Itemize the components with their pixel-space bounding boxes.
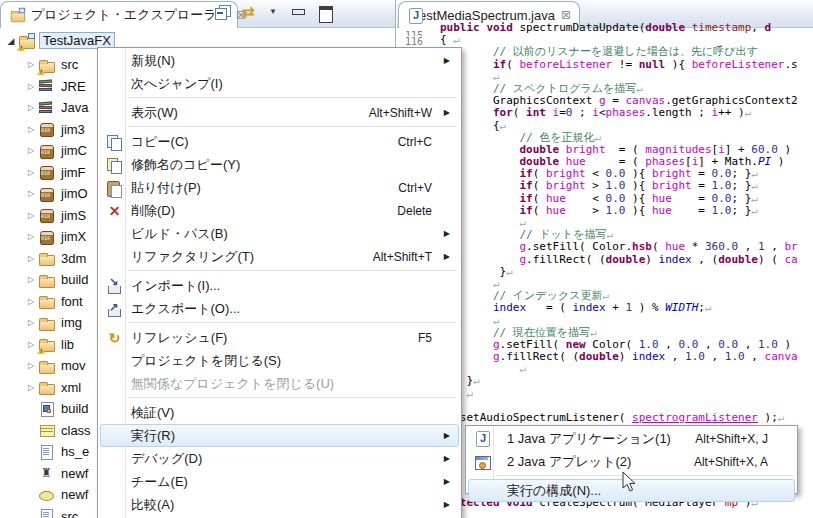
expander-icon[interactable]: ▷ bbox=[24, 297, 38, 306]
menu-item-label: 検証(V) bbox=[131, 404, 174, 422]
tree-item-label: xml bbox=[61, 380, 81, 395]
menu-item[interactable]: 修飾名のコピー(Y) bbox=[100, 153, 459, 176]
expander-icon[interactable]: ▷ bbox=[24, 211, 38, 220]
menu-item-label: 修飾名のコピー(Y) bbox=[131, 156, 240, 174]
menu-item[interactable]: 比較(A)▶ bbox=[100, 493, 459, 516]
menu-item[interactable]: インポート(I)... bbox=[100, 274, 459, 297]
code-line: { ↵ bbox=[440, 510, 798, 518]
expander-icon[interactable]: ▷ bbox=[24, 103, 38, 112]
package-icon bbox=[38, 57, 55, 73]
tree-item-label: font bbox=[61, 294, 83, 309]
warning-icon bbox=[37, 347, 45, 354]
close-icon[interactable]: ⊠ bbox=[561, 9, 571, 21]
menu-item[interactable]: 検証(V) bbox=[100, 401, 459, 424]
menu-item-label: 2 Java アプレット(2) bbox=[507, 453, 631, 471]
expander-icon[interactable]: ▷ bbox=[24, 361, 38, 370]
oval-icon bbox=[38, 487, 55, 503]
expander-icon[interactable]: ▷ bbox=[24, 189, 38, 198]
maximize-icon[interactable] bbox=[318, 5, 333, 19]
tree-item-label: build bbox=[61, 401, 88, 416]
paste-icon bbox=[106, 180, 123, 197]
tab-project-explorer[interactable]: プロジェクト・エクスプローラー ⊠ bbox=[0, 1, 238, 28]
menu-item[interactable]: プロジェクトを閉じる(S) bbox=[100, 349, 459, 372]
expander-icon[interactable]: ▷ bbox=[24, 82, 38, 91]
library-icon bbox=[38, 78, 55, 94]
applet-icon bbox=[474, 454, 491, 471]
menu-item-label: プロジェクトを閉じる(S) bbox=[131, 352, 281, 370]
menu-item-shortcut: Alt+Shift+W bbox=[369, 106, 432, 120]
tree-item-label: build bbox=[61, 272, 88, 287]
menu-item[interactable]: 次へジャンプ(I) bbox=[100, 72, 459, 95]
menu-item[interactable]: ↻リフレッシュ(F)F5 bbox=[100, 326, 459, 349]
submenu-arrow-icon: ▶ bbox=[444, 477, 450, 486]
menu-item-shortcut: F5 bbox=[418, 331, 432, 345]
tree-item-label: mov bbox=[61, 358, 86, 373]
expander-icon[interactable]: ▷ bbox=[24, 232, 38, 241]
menu-item-label: 1 Java アプリケーション(1) bbox=[507, 430, 671, 448]
folder-icon bbox=[38, 272, 55, 288]
menu-item-label: コピー(C) bbox=[131, 133, 189, 151]
tree-item-label: newf bbox=[61, 487, 88, 502]
menu-item-label: 実行(R) bbox=[131, 427, 175, 445]
menu-item-label: リフレッシュ(F) bbox=[131, 329, 227, 347]
expander-icon[interactable]: ▷ bbox=[24, 340, 38, 349]
menu-item[interactable]: コピー(C)Ctrl+C bbox=[100, 130, 459, 153]
expander-icon[interactable]: ▷ bbox=[24, 383, 38, 392]
menu-item[interactable]: 新規(N)▶ bbox=[100, 49, 459, 72]
table-icon bbox=[38, 422, 55, 438]
submenu-arrow-icon: ▶ bbox=[444, 229, 450, 238]
menu-item[interactable]: リファクタリング(T)Alt+Shift+T▶ bbox=[100, 245, 459, 268]
delete-icon: ✕ bbox=[106, 203, 123, 220]
menu-item-shortcut: Ctrl+V bbox=[398, 181, 432, 195]
menu-item[interactable]: 1 Java アプリケーション(1)Alt+Shift+X, J bbox=[468, 427, 795, 450]
code-line: public void spectrumDataUpdate(double ti… bbox=[440, 22, 798, 34]
menu-item[interactable]: 貼り付け(P)Ctrl+V bbox=[100, 176, 459, 199]
folder-icon bbox=[38, 379, 55, 395]
tree-item-label: jimO bbox=[61, 186, 88, 201]
menu-item-label: 削除(D) bbox=[131, 202, 175, 220]
menu-item[interactable]: エクスポート(O)... bbox=[100, 297, 459, 320]
menu-item-label: 比較(A) bbox=[131, 496, 174, 514]
menu-item-label: 新規(N) bbox=[131, 52, 175, 70]
jar-icon bbox=[38, 143, 55, 159]
menu-item[interactable]: デバッグ(D)▶ bbox=[100, 447, 459, 470]
java-file-icon bbox=[407, 8, 408, 23]
expander-icon[interactable]: ▷ bbox=[24, 318, 38, 327]
menu-item-label: 実行の構成(N)... bbox=[507, 482, 601, 500]
menu-item-label: 次へジャンプ(I) bbox=[131, 75, 223, 93]
submenu-arrow-icon: ▶ bbox=[444, 454, 450, 463]
tree-item-label: jimC bbox=[61, 143, 87, 158]
expander-icon[interactable]: ▷ bbox=[24, 275, 38, 284]
menu-item-shortcut: Alt+Shift+X, J bbox=[695, 432, 768, 446]
copy2-icon bbox=[106, 157, 123, 174]
folder-icon bbox=[38, 293, 55, 309]
menu-item[interactable]: 2 Java アプレット(2)Alt+Shift+X, A bbox=[468, 450, 795, 473]
expander-icon[interactable]: ◢ bbox=[4, 36, 18, 46]
menu-item[interactable]: ✕削除(D)Delete bbox=[100, 199, 459, 222]
collapse-all-icon[interactable] bbox=[215, 5, 230, 19]
project-icon bbox=[18, 33, 35, 49]
code-line: }↵ bbox=[440, 375, 798, 387]
jar-icon bbox=[38, 207, 55, 223]
tree-item-label: src_ bbox=[61, 509, 86, 518]
menu-item[interactable]: 無関係なプロジェクトを閉じる(U) bbox=[100, 372, 459, 395]
menu-item-label: インポート(I)... bbox=[131, 277, 220, 295]
expander-icon[interactable]: ▷ bbox=[24, 146, 38, 155]
tree-item-label: jim3 bbox=[61, 122, 85, 137]
export-icon bbox=[106, 301, 123, 318]
expander-icon[interactable]: ▷ bbox=[24, 60, 38, 69]
menu-item[interactable]: 表示(W)Alt+Shift+W▶ bbox=[100, 101, 459, 124]
expander-icon[interactable]: ▷ bbox=[24, 168, 38, 177]
minimize-icon[interactable] bbox=[291, 5, 306, 19]
import-icon bbox=[106, 278, 123, 295]
link-with-editor-icon[interactable]: ⇄ bbox=[242, 5, 257, 19]
menu-item[interactable]: チーム(E)▶ bbox=[100, 470, 459, 493]
tree-item-label: 3dm bbox=[61, 251, 86, 266]
text-icon bbox=[38, 508, 55, 518]
expander-icon[interactable]: ▷ bbox=[24, 125, 38, 134]
menu-item[interactable]: ビルド・パス(B)▶ bbox=[100, 222, 459, 245]
menu-item[interactable]: 実行(R)▶ bbox=[100, 424, 459, 447]
submenu-arrow-icon: ▶ bbox=[444, 431, 450, 440]
expander-icon[interactable]: ▷ bbox=[24, 254, 38, 263]
view-menu-icon[interactable]: ▼ bbox=[269, 5, 279, 19]
